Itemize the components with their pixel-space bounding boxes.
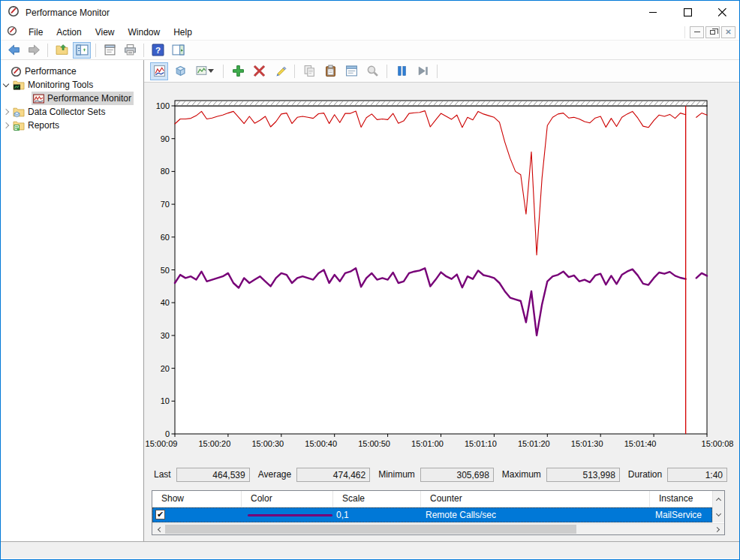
column-header-instance[interactable]: Instance bbox=[650, 491, 712, 507]
chart-toolbar bbox=[144, 60, 739, 83]
column-header-counter[interactable]: Counter bbox=[421, 491, 650, 507]
expander-chevron-icon[interactable] bbox=[3, 80, 9, 86]
maximize-button[interactable] bbox=[670, 1, 705, 24]
properties-dialog-icon bbox=[345, 65, 358, 77]
title-bar: Performance Monitor bbox=[1, 1, 739, 24]
print-button[interactable] bbox=[121, 42, 139, 59]
up-one-level-button[interactable] bbox=[53, 42, 71, 59]
main-toolbar: ? bbox=[1, 41, 739, 60]
minimize-button[interactable] bbox=[636, 1, 670, 24]
properties-window-icon bbox=[104, 44, 116, 56]
duration-label: Duration bbox=[628, 469, 662, 480]
svg-text:70: 70 bbox=[161, 200, 170, 209]
svg-text:0: 0 bbox=[165, 429, 170, 438]
maximum-value: 513,998 bbox=[546, 468, 620, 482]
menu-view[interactable]: View bbox=[89, 26, 122, 39]
scroll-left-button[interactable] bbox=[152, 524, 165, 534]
last-label: Last bbox=[154, 469, 171, 480]
average-label: Average bbox=[258, 469, 291, 480]
legend-vertical-scrollbar[interactable] bbox=[712, 491, 724, 522]
expander-chevron-icon[interactable] bbox=[3, 109, 9, 115]
window-title: Performance Monitor bbox=[26, 8, 110, 18]
counter-color-sample bbox=[248, 514, 332, 516]
column-header-color[interactable]: Color bbox=[242, 491, 333, 507]
svg-text:15:00:09: 15:00:09 bbox=[146, 439, 178, 448]
average-value: 474,462 bbox=[296, 468, 370, 482]
view-log-data-button[interactable] bbox=[171, 62, 189, 80]
console-tree-icon bbox=[76, 44, 89, 56]
svg-text:15:00:30: 15:00:30 bbox=[251, 439, 284, 448]
svg-text:?: ? bbox=[155, 45, 160, 55]
mdi-minimize-button[interactable] bbox=[690, 26, 704, 38]
scroll-right-button[interactable] bbox=[711, 524, 724, 534]
freeze-display-button[interactable] bbox=[393, 62, 411, 80]
show-hide-console-tree-button[interactable] bbox=[73, 42, 91, 59]
toolbar-separator bbox=[143, 44, 144, 57]
forward-button[interactable] bbox=[25, 42, 43, 59]
show-hide-action-pane-button[interactable] bbox=[169, 42, 187, 59]
back-button[interactable] bbox=[5, 42, 23, 59]
view-current-activity-button[interactable] bbox=[150, 62, 168, 80]
chart-properties-button[interactable] bbox=[342, 62, 360, 80]
svg-text:15:01:10: 15:01:10 bbox=[465, 439, 497, 448]
folder-up-icon bbox=[56, 44, 68, 56]
app-window: Performance Monitor File Action View Win… bbox=[0, 0, 740, 560]
counter-scale: 0,1 bbox=[336, 510, 349, 520]
svg-text:15:01:00: 15:01:00 bbox=[411, 439, 444, 448]
properties-button[interactable] bbox=[101, 42, 119, 59]
tree-item-reports[interactable]: Reports bbox=[1, 119, 143, 132]
add-counter-button[interactable] bbox=[229, 62, 247, 80]
copy-properties-button[interactable] bbox=[300, 62, 318, 80]
step-forward-icon bbox=[417, 65, 429, 77]
back-arrow-icon bbox=[8, 44, 20, 56]
last-value: 464,539 bbox=[176, 468, 250, 482]
scroll-down-button[interactable] bbox=[713, 507, 724, 522]
delete-x-icon bbox=[253, 65, 266, 77]
close-button[interactable] bbox=[705, 1, 739, 24]
tree-item-performance-monitor[interactable]: Performance Monitor bbox=[1, 92, 143, 105]
mdi-restore-button[interactable] bbox=[705, 26, 720, 38]
change-graph-type-button[interactable] bbox=[192, 62, 218, 80]
counter-row[interactable]: ✔ 0,1 Remote Calls/sec MailService bbox=[152, 507, 712, 522]
legend-horizontal-scrollbar[interactable] bbox=[152, 523, 724, 534]
highlight-button[interactable] bbox=[271, 62, 289, 80]
tree-item-data-collector-sets[interactable]: Data Collector Sets bbox=[1, 105, 143, 119]
paste-counter-list-button[interactable] bbox=[321, 62, 339, 80]
menu-help[interactable]: Help bbox=[167, 26, 199, 39]
svg-text:60: 60 bbox=[161, 233, 170, 242]
perfmon-icon bbox=[10, 65, 22, 77]
svg-text:15:00:20: 15:00:20 bbox=[198, 439, 230, 448]
update-data-button[interactable] bbox=[414, 62, 432, 80]
toolbar-separator bbox=[47, 44, 48, 57]
menu-file[interactable]: File bbox=[22, 26, 50, 39]
scroll-up-button[interactable] bbox=[713, 491, 724, 507]
show-checkbox[interactable]: ✔ bbox=[155, 510, 165, 519]
tree-item-performance[interactable]: Performance bbox=[1, 65, 143, 78]
performance-monitor-panel: 010203040506070809010015:00:0915:00:2015… bbox=[144, 60, 739, 541]
chevron-down-icon bbox=[716, 510, 721, 516]
help-button[interactable]: ? bbox=[149, 42, 167, 59]
svg-text:15:00:08: 15:00:08 bbox=[702, 439, 734, 448]
performance-monitor-icon bbox=[32, 92, 44, 104]
folder-cube-icon bbox=[13, 106, 25, 118]
folder-report-icon bbox=[13, 119, 25, 131]
help-icon: ? bbox=[152, 44, 164, 56]
delete-counter-button[interactable] bbox=[250, 62, 268, 80]
tree-item-monitoring-tools[interactable]: Monitoring Tools bbox=[1, 78, 143, 92]
svg-text:10: 10 bbox=[161, 396, 170, 405]
stats-bar: Last 464,539 Average 474,462 Minimum 305… bbox=[154, 466, 727, 483]
zoom-button[interactable] bbox=[363, 62, 381, 80]
scrollbar-thumb[interactable] bbox=[165, 525, 576, 534]
minimum-value: 305,698 bbox=[420, 468, 494, 482]
svg-text:100: 100 bbox=[156, 101, 170, 110]
mdi-close-button[interactable]: ✕ bbox=[721, 26, 735, 38]
svg-text:40: 40 bbox=[161, 298, 170, 307]
svg-text:50: 50 bbox=[161, 266, 170, 275]
menu-window[interactable]: Window bbox=[122, 26, 167, 39]
tree-item-label: Data Collector Sets bbox=[28, 107, 105, 117]
expander-chevron-icon[interactable] bbox=[3, 122, 9, 128]
column-header-show[interactable]: Show bbox=[152, 491, 242, 507]
menu-action[interactable]: Action bbox=[50, 26, 88, 39]
column-header-scale[interactable]: Scale bbox=[333, 491, 421, 507]
add-plus-icon bbox=[232, 65, 245, 77]
